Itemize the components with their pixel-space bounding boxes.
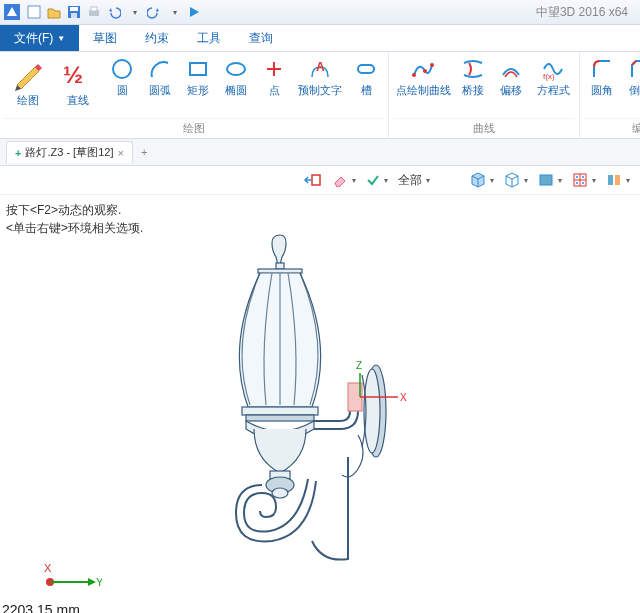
app-logo [4,4,20,20]
exit-sketch-icon[interactable] [304,173,322,187]
file-tab-label: 路灯.Z3 - [草图12] [25,145,113,160]
new-tab-button[interactable]: + [135,143,153,161]
svg-rect-21 [312,175,320,185]
chamfer-icon [627,56,640,82]
pencil-icon [10,56,46,92]
fillet-button[interactable]: 圆角 [584,54,620,98]
menu-constraint[interactable]: 约束 [131,25,183,51]
play-icon[interactable] [186,4,202,20]
offset-icon [498,56,524,82]
line-icon: ½ [60,56,96,92]
ribbon: 绘图 ½ 直线 圆 圆弧 矩形 椭圆 [0,52,640,139]
bridge-icon [460,56,486,82]
svg-point-28 [576,182,578,184]
svg-point-17 [430,63,434,67]
equation-button[interactable]: f(x) 方程式 [531,54,575,98]
svg-rect-31 [615,175,620,185]
svg-rect-9 [190,63,206,75]
circle-icon [109,56,135,82]
chamfer-button[interactable]: 倒角 [622,54,640,98]
app-title: 中望3D 2016 x64 [536,4,636,21]
grid-icon[interactable] [572,172,596,188]
svg-text:Z: Z [356,360,362,371]
drawing-canvas[interactable]: 按下<F2>动态的观察. <单击右键>环境相关选项. [0,195,640,613]
svg-rect-33 [258,269,302,273]
svg-point-38 [272,488,288,498]
check-icon[interactable] [366,173,388,187]
fillet-icon [589,56,615,82]
pretext-button[interactable]: A 预制文字 [294,54,346,108]
draw-button[interactable]: 绘图 [4,54,52,108]
svg-rect-34 [242,407,318,415]
ptcurve-button[interactable]: 点绘制曲线 [393,54,453,98]
file-tab[interactable]: + 路灯.Z3 - [草图12] × [6,141,133,163]
svg-point-10 [227,63,245,75]
svg-text:½: ½ [63,61,83,88]
svg-point-16 [423,69,427,73]
undo-icon[interactable] [106,4,122,20]
open-icon[interactable] [46,4,62,20]
svg-rect-30 [608,175,613,185]
rect-button[interactable]: 矩形 [180,54,216,108]
view-axis: Y X [42,562,102,592]
offset-button[interactable]: 偏移 [493,54,529,98]
svg-point-27 [582,176,584,178]
svg-rect-6 [91,7,97,11]
slot-icon [353,56,379,82]
close-icon[interactable]: × [117,147,123,159]
ribbon-group-draw: 绘图 ½ 直线 圆 圆弧 矩形 椭圆 [0,52,389,138]
layer-icon[interactable] [538,173,562,187]
svg-point-29 [582,182,584,184]
arc-button[interactable]: 圆弧 [142,54,178,108]
svg-rect-4 [71,13,77,18]
status-coord: 2203.15 mm [2,602,80,613]
rect-icon [185,56,211,82]
arc-icon [147,56,173,82]
plus-icon: + [15,147,21,159]
new-icon[interactable] [26,4,42,20]
spline-icon [410,56,436,82]
ribbon-group-edit: 圆角 倒角 画线修剪 编辑曲 [580,52,640,138]
line-button[interactable]: ½ 直线 [54,54,102,108]
config-icon[interactable] [606,173,630,187]
svg-line-19 [632,61,636,65]
save-icon[interactable] [66,4,82,20]
ribbon-group-curve: 点绘制曲线 桥接 偏移 f(x) 方程式 曲线 [389,52,580,138]
title-bar: 中望3D 2016 x64 [0,0,640,25]
ellipse-icon [223,56,249,82]
display-mode-icon[interactable] [504,172,528,188]
svg-point-26 [576,176,578,178]
menu-query[interactable]: 查询 [235,25,287,51]
filter-all[interactable]: 全部 [398,172,430,189]
svg-point-8 [113,60,131,78]
text-icon: A [307,56,333,82]
view-toolbar: 全部 [0,166,640,195]
file-tab-strip: + 路灯.Z3 - [草图12] × + [0,139,640,166]
quick-access-toolbar [26,4,202,20]
point-button[interactable]: 点 [256,54,292,108]
cube-view-icon[interactable] [470,172,494,188]
eraser-icon[interactable] [332,173,356,187]
svg-text:Y: Y [96,576,102,588]
point-icon [261,56,287,82]
svg-rect-32 [276,263,284,269]
menu-file[interactable]: 文件(F)▼ [0,25,79,51]
group-label-curve: 曲线 [393,118,575,138]
svg-text:X: X [44,562,52,574]
circle-button[interactable]: 圆 [104,54,140,108]
group-label-draw: 绘图 [4,118,384,138]
undo-dropdown[interactable] [126,4,142,20]
lamp-drawing: Z X [0,195,640,613]
print-icon[interactable] [86,4,102,20]
svg-text:X: X [400,392,407,403]
menu-sketch[interactable]: 草图 [79,25,131,51]
slot-button[interactable]: 槽 [348,54,384,108]
ellipse-button[interactable]: 椭圆 [218,54,254,108]
svg-rect-3 [70,7,78,11]
redo-dropdown[interactable] [166,4,182,20]
svg-point-15 [412,73,416,77]
svg-rect-22 [540,175,552,185]
menu-tools[interactable]: 工具 [183,25,235,51]
bridge-button[interactable]: 桥接 [455,54,491,98]
redo-icon[interactable] [146,4,162,20]
